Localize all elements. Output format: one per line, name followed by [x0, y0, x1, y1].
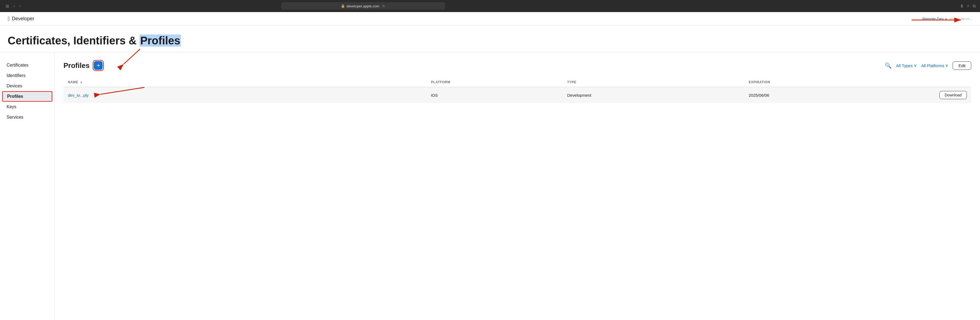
- arrow-to-add: [118, 46, 151, 68]
- all-types-dropdown[interactable]: All Types ∨: [896, 63, 917, 68]
- content-area: Profiles + 🔍 All Types: [55, 52, 980, 320]
- svg-line-5: [101, 87, 145, 94]
- download-button[interactable]: Download: [940, 91, 967, 99]
- page-title: Certificates, Identifiers & Profiles: [8, 35, 972, 46]
- col-header-expiration: EXPIRATION: [744, 78, 880, 87]
- profile-platform-cell: iOS: [426, 87, 563, 103]
- add-profile-button[interactable]: +: [94, 61, 103, 70]
- apple-nav:  Developer Remote Dev ∨ hongquan.m...: [0, 12, 980, 26]
- profiles-filters: 🔍 All Types ∨ All Platforms ∨ Edit: [885, 61, 971, 70]
- search-button[interactable]: 🔍: [885, 62, 892, 69]
- sidebar-item-services[interactable]: Services: [0, 112, 54, 122]
- profile-name-cell: dev_io...ply: [64, 87, 426, 103]
- browser-actions: ⬆ + ⧉: [960, 3, 975, 9]
- table-row: dev_io...ply iOS Development 2025/06/06 …: [64, 87, 971, 103]
- arrow-to-name: [95, 85, 150, 98]
- col-header-type: TYPE: [563, 78, 745, 87]
- sidebar-toggle-btn[interactable]: ⊞: [5, 2, 10, 10]
- url-text: developer.apple.com: [347, 4, 379, 8]
- nav-right: Remote Dev ∨ hongquan.m...: [922, 17, 972, 21]
- all-platforms-dropdown[interactable]: All Platforms ∨: [921, 63, 948, 68]
- browser-controls: ⊞ ‹ ›: [5, 2, 22, 10]
- sort-arrow-name: ∨: [80, 81, 82, 84]
- profile-name-wrapper: dev_io...ply: [68, 93, 89, 98]
- col-header-platform: PLATFORM: [426, 78, 563, 87]
- profiles-title: Profiles: [64, 61, 89, 70]
- profile-expiration-cell: 2025/06/06: [744, 87, 880, 103]
- arrow-annotation-right: [909, 16, 964, 24]
- sidebar-item-devices[interactable]: Devices: [0, 81, 54, 91]
- tabs-icon[interactable]: ⧉: [973, 3, 975, 8]
- svg-line-3: [124, 49, 140, 64]
- share-icon[interactable]: ⬆: [960, 3, 964, 9]
- sidebar-item-keys[interactable]: Keys: [0, 102, 54, 112]
- table-header: NAME ∨ PLATFORM TYPE EXPIRATION: [64, 78, 971, 87]
- profiles-title-group: Profiles +: [64, 60, 104, 71]
- new-tab-icon[interactable]: +: [967, 3, 969, 8]
- col-header-action: [880, 78, 971, 87]
- back-btn[interactable]: ‹: [12, 2, 16, 10]
- title-highlight: Profiles: [140, 35, 181, 46]
- profiles-header: Profiles + 🔍 All Types: [64, 60, 971, 71]
- sidebar-item-identifiers[interactable]: Identifiers: [0, 70, 54, 81]
- address-bar[interactable]: 🔒 developer.apple.com ↻: [281, 2, 445, 10]
- profile-name-link[interactable]: dev_io...ply: [68, 93, 89, 98]
- sidebar-item-profiles[interactable]: Profiles: [2, 91, 52, 102]
- browser-bar: ⊞ ‹ › 🔒 developer.apple.com ↻ ⬆ + ⧉: [0, 0, 980, 12]
- developer-label: Developer: [12, 16, 34, 22]
- profiles-table: NAME ∨ PLATFORM TYPE EXPIRATION: [64, 78, 971, 103]
- table-body: dev_io...ply iOS Development 2025/06/06 …: [64, 87, 971, 103]
- apple-logo-icon: : [8, 16, 10, 22]
- sidebar: Certificates Identifiers Devices Profile…: [0, 52, 55, 320]
- add-button-wrapper: +: [93, 60, 104, 71]
- reload-icon[interactable]: ↻: [382, 4, 385, 8]
- sidebar-item-certificates[interactable]: Certificates: [0, 60, 54, 70]
- profile-action-cell: Download: [880, 87, 971, 103]
- lock-icon: 🔒: [341, 4, 345, 8]
- edit-button[interactable]: Edit: [953, 61, 971, 70]
- profile-type-cell: Development: [563, 87, 745, 103]
- forward-btn[interactable]: ›: [18, 2, 22, 10]
- main-layout: Certificates Identifiers Devices Profile…: [0, 52, 980, 320]
